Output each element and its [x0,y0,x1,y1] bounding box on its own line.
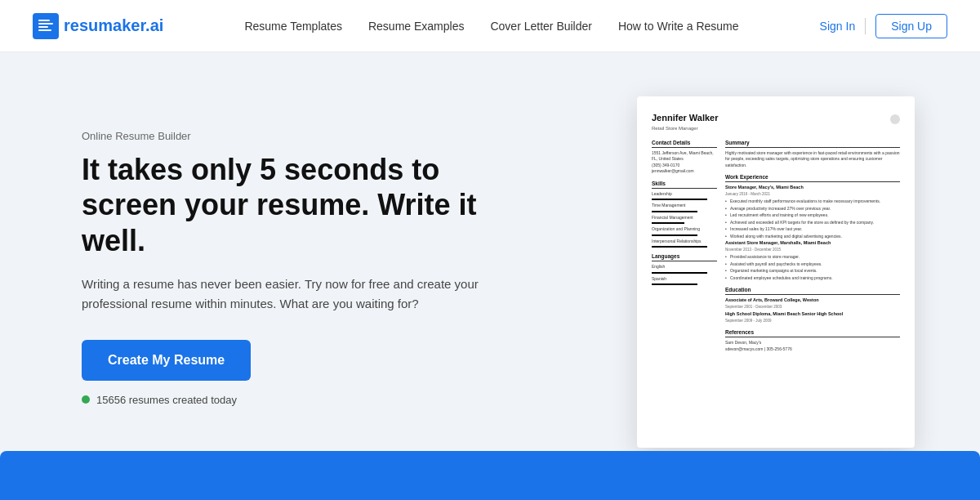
skill-5: Interpersonal Relationships [652,239,717,245]
logo-icon [33,13,59,39]
edu2-date: September 2009 - July 2009 [725,319,900,324]
summary-text: Highly motivated store manager with expe… [725,150,900,169]
svg-rect-3 [38,26,48,28]
skill-bar-3 [652,222,684,224]
contact-address: 1551 Jefferson Ave, Miami Beach, FL, Uni… [652,150,717,163]
job1-bullet2: Average productivity increased 27% over … [725,206,900,212]
ref-name: Sam Devon, Macy's [725,340,900,346]
job2-bullet2: Assisted with payroll and paychecks to e… [725,261,900,268]
logo[interactable]: resumaker.ai [33,13,163,39]
job1-title: Store Manager, Macy's, Miami Beach [725,185,900,191]
svg-rect-4 [38,29,51,31]
hero-label: Online Resume Builder [82,130,506,142]
summary-section-title: Summary [725,139,900,148]
edu2-title: High School Diploma, Miami Beach Senior … [725,311,900,318]
hero-left: Online Resume Builder It takes only 5 se… [82,130,506,406]
resume-name-block: Jennifer Walker Retail Store Manager [652,113,719,132]
bottom-strip [0,451,980,500]
lang-spanish: Spanish [652,276,717,283]
job2-bullet4: Coordinated employee schedules and train… [725,275,900,282]
sign-up-button[interactable]: Sign Up [875,14,947,38]
references-section-title: References [725,328,900,337]
resume-left-col: Contact Details 1551 Jefferson Ave, Miam… [652,139,717,353]
lang-bar-english [652,272,707,274]
job2-date: November 2013 - December 2015 [725,248,900,252]
job1-bullet5: Increased sales by 117% over last year. [725,226,900,233]
job1-bullet1: Executed monthly staff performance evalu… [725,199,900,205]
lang-english: English [652,264,717,270]
skill-bar-1 [652,199,707,200]
svg-rect-2 [38,23,53,25]
sign-in-link[interactable]: Sign In [820,20,856,33]
job1-bullet6: Worked along with marketing and digital … [725,234,900,240]
nav-resume-examples[interactable]: Resume Examples [368,20,465,33]
edu1-title: Associate of Arts, Broward College, West… [725,297,900,304]
svg-rect-1 [38,20,50,21]
resume-body: Contact Details 1551 Jefferson Ave, Miam… [652,139,900,353]
edu1-date: September 2001 - December 2003 [725,305,900,310]
skill-bar-2 [652,211,697,212]
hero-section: Online Resume Builder It takes only 5 se… [0,52,980,451]
skills-section-title: Skills [652,180,717,189]
nav-links: Resume Templates Resume Examples Cover L… [244,19,738,33]
lang-bar-spanish [652,283,697,285]
resume-count-row: 15656 resumes created today [82,394,506,406]
languages-section-title: Languages [652,252,717,261]
contact-section-title: Contact Details [652,139,717,148]
job1-date: January 2016 - March 2021 [725,192,900,197]
skill-bar-4 [652,234,697,236]
job1-bullet3: Led recruitment efforts and training of … [725,212,900,219]
nav-resume-templates[interactable]: Resume Templates [244,20,342,33]
job2-bullet3: Organized marketing campaigns at local e… [725,268,900,275]
education-section-title: Education [725,286,900,295]
resume-count-text: 15656 resumes created today [96,394,237,406]
green-dot-icon [82,395,90,404]
nav-how-to-write[interactable]: How to Write a Resume [618,20,739,33]
resume-header: Jennifer Walker Retail Store Manager [652,113,900,132]
resume-right-col: Summary Highly motivated store manager w… [725,139,900,353]
contact-phone: (305) 349-0170 [652,163,717,169]
job2-bullet1: Provided assistance to store manager. [725,254,900,261]
skill-4: Organization and Planning [652,226,717,233]
resume-preview: Jennifer Walker Retail Store Manager Con… [637,96,915,448]
ref-contact: sdevon@macys.com | 305-256-5776 [725,346,900,353]
skill-1: Leadership [652,191,717,198]
hero-subtitle: Writing a resume has never been easier. … [82,275,506,314]
job2-title: Assistant Store Manager, Marshalls, Miam… [725,240,900,247]
nav-cover-letter[interactable]: Cover Letter Builder [490,20,592,33]
resume-name: Jennifer Walker [652,113,719,123]
navbar: resumaker.ai Resume Templates Resume Exa… [0,0,980,52]
contact-email: jennwalker@gmail.com [652,168,717,175]
resume-job-title: Retail Store Manager [652,125,719,132]
skill-2: Time Management [652,203,717,209]
hero-title: It takes only 5 seconds to screen your r… [82,152,506,258]
nav-auth: Sign In Sign Up [820,14,947,38]
skill-3: Financial Management [652,215,717,221]
nav-divider [865,18,866,34]
logo-text: resumaker.ai [64,16,163,35]
skill-bar-5 [652,246,707,248]
work-exp-section-title: Work Experience [725,173,900,182]
create-resume-button[interactable]: Create My Resume [82,340,251,381]
resume-avatar-icon [890,114,900,124]
job1-bullet4: Achieved and exceeded all KPI targets fo… [725,220,900,226]
